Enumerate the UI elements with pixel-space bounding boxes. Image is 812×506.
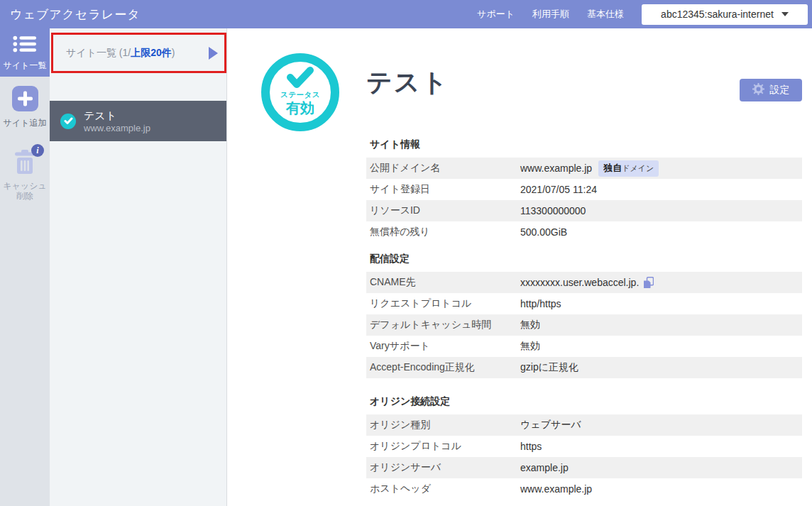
- collapse-arrow-icon[interactable]: [209, 47, 218, 60]
- settings-table: CNAME先xxxxxxxx.user.webaccel.jp.リクエストプロト…: [366, 272, 802, 378]
- icon-sidebar: サイト一覧 サイト追加: [0, 28, 50, 506]
- row-label: サイト登録日: [370, 183, 520, 196]
- row-value: xxxxxxxx.user.webaccel.jp.: [520, 277, 654, 288]
- row-label: リソースID: [370, 204, 520, 217]
- status-label: ステータス: [280, 90, 320, 100]
- settings-section: 配信設定CNAME先xxxxxxxx.user.webaccel.jp.リクエス…: [366, 253, 802, 378]
- row-label: デフォルトキャッシュ時間: [370, 319, 520, 331]
- row-value: 無効: [520, 319, 540, 331]
- main-content: ステータス 有効 テスト: [227, 28, 812, 506]
- settings-table: オリジン種別ウェブサーバオリジンプロトコルhttpsオリジンサーバexample…: [366, 414, 802, 500]
- table-row: Accept-Encoding正規化gzipに正規化: [366, 357, 802, 378]
- status-badge: ステータス 有効: [261, 53, 339, 131]
- settings-section: サイト情報公開ドメイン名www.example.jp独自ドメインサイト登録日20…: [366, 138, 802, 243]
- nav-support[interactable]: サポート: [477, 8, 515, 21]
- table-row: CNAME先xxxxxxxx.user.webaccel.jp.: [366, 272, 802, 293]
- row-value: gzipに正規化: [520, 361, 578, 374]
- sidebar-item-label: キャッシュ削除: [2, 181, 48, 201]
- sidebar-item-label: サイト一覧: [4, 60, 47, 70]
- section-title: 配信設定: [366, 253, 802, 265]
- app-title: ウェブアクセラレータ: [10, 6, 141, 23]
- nav-usage-guide[interactable]: 利用手順: [532, 8, 569, 21]
- settings-button-label: 設定: [770, 84, 790, 97]
- row-label: ホストヘッダ: [370, 483, 520, 495]
- settings-section: オリジン接続設定オリジン種別ウェブサーバオリジンプロトコルhttpsオリジンサー…: [366, 395, 802, 500]
- row-label: Varyサポート: [370, 340, 520, 353]
- row-label: 公開ドメイン名: [370, 162, 520, 175]
- table-row: オリジンサーバexample.jp: [366, 457, 802, 478]
- row-label: オリジンサーバ: [370, 461, 520, 474]
- row-value: www.example.jp独自ドメイン: [520, 160, 659, 177]
- row-value: 2021/07/05 11:24: [520, 184, 597, 195]
- account-name: abc12345:sakura-internet: [661, 9, 774, 20]
- sidebar-item-site-list[interactable]: サイト一覧: [0, 28, 50, 77]
- row-label: オリジン種別: [370, 419, 520, 431]
- section-title: サイト情報: [366, 138, 802, 151]
- list-icon: [13, 35, 37, 56]
- row-value: ウェブサーバ: [520, 419, 581, 431]
- site-list-header[interactable]: サイト一覧 (1/上限20件): [50, 33, 226, 73]
- table-row: サイト登録日2021/07/05 11:24: [366, 179, 802, 200]
- nav-spec[interactable]: 基本仕様: [587, 8, 624, 21]
- row-value: www.example.jp: [520, 483, 592, 495]
- row-value: https: [520, 441, 542, 452]
- copy-icon[interactable]: [644, 277, 654, 288]
- sections: サイト情報公開ドメイン名www.example.jp独自ドメインサイト登録日20…: [366, 138, 802, 500]
- row-value: example.jp: [520, 462, 569, 473]
- check-circle-icon: [60, 114, 76, 129]
- site-list-panel: サイト一覧 (1/上限20件) テスト www.example.jp: [50, 28, 227, 506]
- row-label: 無償枠の残り: [370, 226, 520, 238]
- table-row: デフォルトキャッシュ時間無効: [366, 314, 802, 336]
- custom-domain-badge: 独自ドメイン: [598, 160, 659, 177]
- table-row: 無償枠の残り500.00GiB: [366, 221, 802, 243]
- table-row: 公開ドメイン名www.example.jp独自ドメイン: [366, 158, 802, 179]
- section-title: オリジン接続設定: [366, 395, 802, 408]
- table-row: ホストヘッダwww.example.jp: [366, 478, 802, 500]
- row-label: CNAME先: [370, 276, 520, 289]
- info-badge-icon: i: [31, 144, 44, 157]
- account-dropdown[interactable]: abc12345:sakura-internet: [642, 4, 808, 25]
- site-item-domain: www.example.jp: [84, 123, 150, 133]
- row-label: オリジンプロトコル: [370, 440, 520, 453]
- sidebar-item-add-site[interactable]: サイト追加: [0, 86, 50, 128]
- table-row: オリジンプロトコルhttps: [366, 436, 802, 457]
- page-title: テスト: [366, 67, 449, 97]
- topbar-nav: サポート 利用手順 基本仕様 abc12345:sakura-internet: [477, 4, 808, 25]
- plus-icon: [12, 86, 38, 114]
- trash-icon: i: [13, 149, 36, 177]
- settings-button[interactable]: 設定: [740, 79, 802, 101]
- site-list-count: サイト一覧 (1/上限20件): [66, 47, 175, 60]
- sidebar-item-label: サイト追加: [4, 118, 47, 128]
- row-label: Accept-Encoding正規化: [370, 361, 520, 374]
- site-list-item[interactable]: テスト www.example.jp: [50, 101, 226, 141]
- site-detail: テスト: [366, 53, 802, 500]
- row-value: http/https: [520, 298, 561, 309]
- status-value: 有効: [286, 100, 314, 116]
- caret-down-icon: [781, 12, 789, 16]
- table-row: リソースID113300000000: [366, 200, 802, 221]
- row-value: 500.00GiB: [520, 226, 567, 238]
- table-row: オリジン種別ウェブサーバ: [366, 414, 802, 436]
- row-label: リクエストプロトコル: [370, 297, 520, 310]
- site-item-text: テスト www.example.jp: [84, 109, 150, 133]
- row-value: 113300000000: [520, 205, 586, 216]
- row-value: 無効: [520, 340, 540, 353]
- check-icon: [285, 65, 316, 92]
- site-item-name: テスト: [84, 109, 150, 121]
- table-row: リクエストプロトコルhttp/https: [366, 293, 802, 314]
- sidebar-item-cache-delete[interactable]: i キャッシュ削除: [0, 149, 50, 201]
- gear-icon: [752, 83, 764, 97]
- topbar: ウェブアクセラレータ サポート 利用手順 基本仕様 abc12345:sakur…: [0, 0, 812, 28]
- table-row: Varyサポート無効: [366, 336, 802, 357]
- settings-table: 公開ドメイン名www.example.jp独自ドメインサイト登録日2021/07…: [366, 158, 802, 243]
